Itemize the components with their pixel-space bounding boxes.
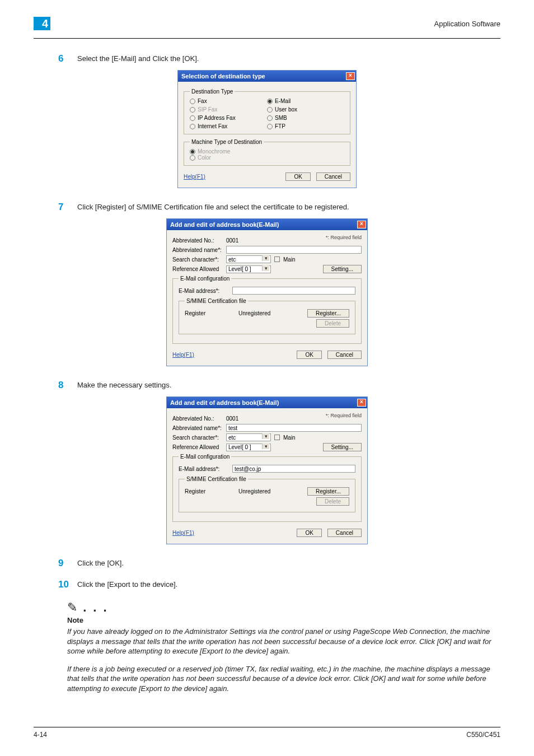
setting-button[interactable]: Setting...: [323, 443, 362, 451]
email-address-input[interactable]: [232, 287, 355, 295]
cancel-button[interactable]: Cancel: [327, 529, 362, 537]
step-7-text: Click [Register] of S/MIME Certification…: [77, 202, 349, 213]
abbrev-no-label: Abbreviated No.:: [172, 416, 223, 422]
delete-button: Delete: [316, 319, 349, 328]
abbrev-no-label: Abbreviated No.:: [172, 237, 223, 244]
step-10-text: Click the [Export to the device].: [77, 579, 177, 590]
help-link[interactable]: Help(F1): [184, 174, 205, 180]
main-checkbox-label: Main: [283, 256, 296, 263]
radio-email-label: E-Mail: [275, 98, 291, 104]
abbrev-name-label: Abbreviated name*:: [172, 247, 223, 253]
note-body-2: If there is a job being executed or a re…: [67, 664, 500, 694]
radio-smb-label: SMB: [275, 115, 287, 121]
chapter-tab: 4: [34, 17, 50, 30]
cert-status-value: Unregistered: [238, 310, 270, 318]
register-button[interactable]: Register...: [307, 487, 349, 496]
radio-userbox-label: User box: [275, 106, 297, 113]
header-rule: [34, 38, 500, 39]
radio-smb[interactable]: [267, 115, 273, 121]
step-6-number: 6: [58, 53, 77, 64]
close-icon[interactable]: ×: [346, 72, 355, 80]
footer-model: C550/C451: [466, 731, 500, 739]
setting-button[interactable]: Setting...: [323, 265, 362, 273]
main-checkbox-label: Main: [283, 435, 296, 441]
step-10-number: 10: [58, 579, 77, 590]
page-header-title: Application Software: [434, 20, 500, 28]
radio-ipfax-label: IP Address Fax: [198, 115, 236, 121]
register-button[interactable]: Register...: [307, 309, 349, 318]
dialog1-title: Selection of destination type: [181, 73, 265, 80]
abbrev-no-value: 0001: [226, 414, 238, 422]
help-link[interactable]: Help(F1): [172, 352, 194, 358]
radio-monochrome-label: Monochrome: [198, 148, 230, 155]
radio-internetfax-label: Internet Fax: [198, 123, 227, 129]
search-char-select[interactable]: etc: [226, 255, 271, 263]
step-7-number: 7: [58, 202, 77, 213]
abbrev-name-label: Abbreviated name*:: [172, 425, 223, 431]
close-icon[interactable]: ×: [357, 221, 366, 228]
search-char-select[interactable]: etc: [226, 433, 271, 441]
step-8-number: 8: [58, 380, 77, 391]
dialog2-title: Add and edit of address book(E-Mail): [170, 221, 279, 228]
abbrev-name-input[interactable]: test: [226, 424, 362, 432]
main-checkbox[interactable]: [274, 435, 280, 440]
ok-button[interactable]: OK: [297, 529, 321, 537]
abbrev-no-value: 0001: [226, 236, 238, 244]
address-book-dialog-2: Add and edit of address book(E-Mail) × *…: [166, 396, 368, 544]
radio-ipfax[interactable]: [190, 115, 195, 121]
radio-ftp-label: FTP: [275, 123, 285, 129]
search-char-label: Search character*:: [172, 435, 223, 441]
register-status-label: Register: [185, 488, 235, 494]
radio-userbox[interactable]: [267, 107, 273, 113]
register-status-label: Register: [185, 310, 235, 316]
radio-monochrome: [190, 149, 195, 155]
note-body-1: If you have already logged on to the Adm…: [67, 627, 500, 656]
level-select[interactable]: Level[ 0 ]: [226, 444, 271, 451]
cancel-button[interactable]: Cancel: [316, 172, 350, 181]
email-config-legend: E-Mail configuration: [179, 454, 231, 460]
step-8-text: Make the necessary settings.: [77, 380, 171, 391]
step-6-text: Select the [E-Mail] and Click the [OK].: [77, 53, 199, 64]
email-config-legend: E-Mail configuration: [179, 276, 231, 282]
radio-email[interactable]: [267, 99, 273, 104]
machine-type-legend: Machine Type of Destination: [190, 139, 264, 145]
delete-button: Delete: [316, 497, 349, 506]
radio-color-label: Color: [198, 155, 211, 161]
smime-legend: S/MIME Certification file: [185, 476, 248, 482]
required-field-note: *: Required field: [326, 235, 362, 240]
radio-sipfax: [190, 107, 195, 113]
note-heading: Note: [67, 616, 500, 624]
note-icon: ✎ . . .: [67, 600, 500, 615]
help-link[interactable]: Help(F1): [172, 530, 194, 536]
radio-ftp[interactable]: [267, 124, 273, 129]
email-address-label: E-Mail address*:: [179, 288, 229, 294]
destination-type-legend: Destination Type: [190, 88, 235, 95]
cert-status-value: Unregistered: [238, 488, 270, 496]
email-address-label: E-Mail address*:: [179, 466, 229, 472]
level-select[interactable]: Level[ 0 ]: [226, 265, 271, 273]
ref-allowed-label: Reference Allowed: [172, 444, 223, 450]
radio-color: [190, 155, 195, 161]
radio-sipfax-label: SIP Fax: [198, 106, 217, 113]
radio-fax[interactable]: [190, 99, 195, 104]
dialog3-title: Add and edit of address book(E-Mail): [170, 399, 279, 406]
smime-legend: S/MIME Certification file: [185, 298, 248, 304]
search-char-label: Search character*:: [172, 256, 223, 263]
destination-type-dialog: Selection of destination type × Destinat…: [177, 70, 357, 188]
step-9-text: Click the [OK].: [77, 558, 124, 569]
step-9-number: 9: [58, 558, 77, 569]
ok-button[interactable]: OK: [297, 351, 321, 359]
email-address-input[interactable]: test@co.jp: [232, 465, 355, 473]
cancel-button[interactable]: Cancel: [327, 351, 362, 359]
radio-internetfax[interactable]: [190, 124, 195, 129]
main-checkbox[interactable]: [274, 256, 280, 262]
footer-page-number: 4-14: [34, 731, 47, 739]
close-icon[interactable]: ×: [357, 399, 366, 407]
abbrev-name-input[interactable]: [226, 246, 362, 254]
required-field-note: *: Required field: [326, 413, 362, 418]
radio-fax-label: Fax: [198, 98, 207, 104]
ref-allowed-label: Reference Allowed: [172, 266, 223, 272]
ok-button[interactable]: OK: [285, 172, 310, 181]
address-book-dialog-1: Add and edit of address book(E-Mail) × *…: [166, 218, 368, 366]
